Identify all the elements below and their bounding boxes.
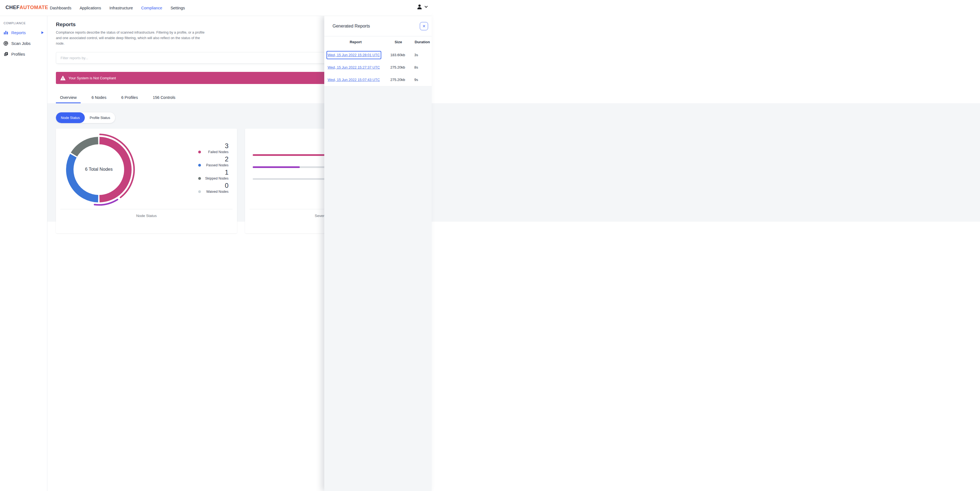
report-size: 275.20kb xyxy=(390,63,405,72)
table-row: Wed, 15 Jun 2022 15:28:01 UTC 183.60kb 3… xyxy=(324,51,432,59)
failed-count: 3 xyxy=(198,142,229,150)
sidebar-item-label: Profiles xyxy=(11,52,25,56)
nav-infrastructure[interactable]: Infrastructure xyxy=(109,6,133,10)
tab-profiles[interactable]: 6 Profiles xyxy=(117,92,142,103)
failed-label: Failed Nodes xyxy=(205,150,229,154)
close-panel-button[interactable]: ✕ xyxy=(420,22,428,30)
skipped-count: 1 xyxy=(198,169,229,176)
panel-header: Generated Reports ✕ xyxy=(324,16,432,37)
panel-title: Generated Reports xyxy=(332,24,370,29)
waived-dot-icon xyxy=(198,190,201,193)
documents-icon xyxy=(3,52,8,56)
sidebar-item-reports[interactable]: Reports xyxy=(3,29,47,35)
failed-dot-icon xyxy=(198,151,201,153)
chevron-down-icon xyxy=(425,6,428,8)
status-toggle: Node Status Profile Status xyxy=(56,112,115,123)
chevron-right-icon xyxy=(41,31,44,34)
table-row: Wed, 15 Jun 2022 15:27:37 UTC 275.20kb 8… xyxy=(324,63,432,72)
user-menu[interactable] xyxy=(417,4,428,10)
skipped-label: Skipped Nodes xyxy=(205,177,229,180)
nav-dashboards[interactable]: Dashboards xyxy=(50,6,71,10)
legend-entry-failed: 3 Failed Nodes xyxy=(198,142,229,154)
column-header-report: Report xyxy=(328,40,384,44)
top-navbar: CHEFAUTOMATE Dashboards Applications Inf… xyxy=(0,0,432,16)
sidebar: COMPLIANCE Reports Scan Jobs Profiles xyxy=(0,16,47,216)
passed-label: Passed Nodes xyxy=(205,163,229,167)
logo-chef: CHEF xyxy=(5,5,19,10)
table-row: Wed, 15 Jun 2022 15:07:43 UTC 275.20kb 9… xyxy=(324,76,432,84)
report-size: 275.20kb xyxy=(390,76,405,84)
report-size: 183.60kb xyxy=(390,51,405,59)
report-link[interactable]: Wed, 15 Jun 2022 15:27:37 UTC xyxy=(328,63,380,72)
logo-automate: AUTOMATE xyxy=(19,5,48,10)
donut-center-label: 6 Total Nodes xyxy=(74,167,124,172)
legend-entry-passed: 2 Passed Nodes xyxy=(198,156,229,167)
bar-chart-icon xyxy=(3,30,8,35)
alert-message: Your System is Not Compliant xyxy=(68,76,116,80)
card-divider xyxy=(60,209,232,209)
sidebar-item-profiles[interactable]: Profiles xyxy=(3,51,47,57)
main-nav: Dashboards Applications Infrastructure C… xyxy=(50,0,185,16)
skipped-dot-icon xyxy=(198,177,201,180)
report-link[interactable]: Wed, 15 Jun 2022 15:07:43 UTC xyxy=(328,76,380,84)
waived-count: 0 xyxy=(198,182,229,189)
passed-dot-icon xyxy=(198,164,201,167)
warning-triangle-icon xyxy=(60,76,65,80)
node-status-card-title: Node Status xyxy=(56,213,237,216)
sidebar-item-label: Scan Jobs xyxy=(11,41,30,46)
nav-applications[interactable]: Applications xyxy=(80,6,101,10)
generated-reports-table: Report Size Duration Wed, 15 Jun 2022 15… xyxy=(324,37,432,86)
toggle-node-status[interactable]: Node Status xyxy=(56,112,85,123)
nav-settings[interactable]: Settings xyxy=(170,6,185,10)
nav-compliance[interactable]: Compliance xyxy=(141,6,162,10)
waived-label: Waived Nodes xyxy=(205,190,229,194)
sidebar-item-scan-jobs[interactable]: Scan Jobs xyxy=(3,40,47,46)
sidebar-item-label: Reports xyxy=(11,30,26,35)
node-status-card: 6 Total Nodes 3 Failed Nodes 2 Passe xyxy=(56,129,237,216)
tab-overview[interactable]: Overview xyxy=(56,92,81,103)
chef-automate-logo[interactable]: CHEFAUTOMATE xyxy=(5,5,48,10)
report-duration: 8s xyxy=(414,63,418,72)
user-avatar-icon xyxy=(417,4,423,10)
column-header-size: Size xyxy=(387,40,409,44)
tab-nodes[interactable]: 6 Nodes xyxy=(87,92,110,103)
report-duration: 9s xyxy=(414,76,418,84)
generated-reports-panel: Generated Reports ✕ Report Size Duration… xyxy=(324,16,432,216)
report-duration: 3s xyxy=(414,51,418,59)
tab-controls[interactable]: 156 Controls xyxy=(149,92,180,103)
report-link[interactable]: Wed, 15 Jun 2022 15:28:01 UTC xyxy=(328,51,380,59)
column-header-duration: Duration xyxy=(411,40,432,44)
page-description: Compliance reports describe the status o… xyxy=(56,30,206,46)
legend-entry-skipped: 1 Skipped Nodes xyxy=(198,169,229,181)
scanner-icon xyxy=(3,41,8,46)
sidebar-section-title: COMPLIANCE xyxy=(3,21,47,25)
toggle-profile-status[interactable]: Profile Status xyxy=(85,112,115,123)
node-status-legend: 3 Failed Nodes 2 Passed Nodes xyxy=(198,142,229,195)
passed-count: 2 xyxy=(198,156,229,163)
legend-entry-waived: 0 Waived Nodes xyxy=(198,182,229,194)
